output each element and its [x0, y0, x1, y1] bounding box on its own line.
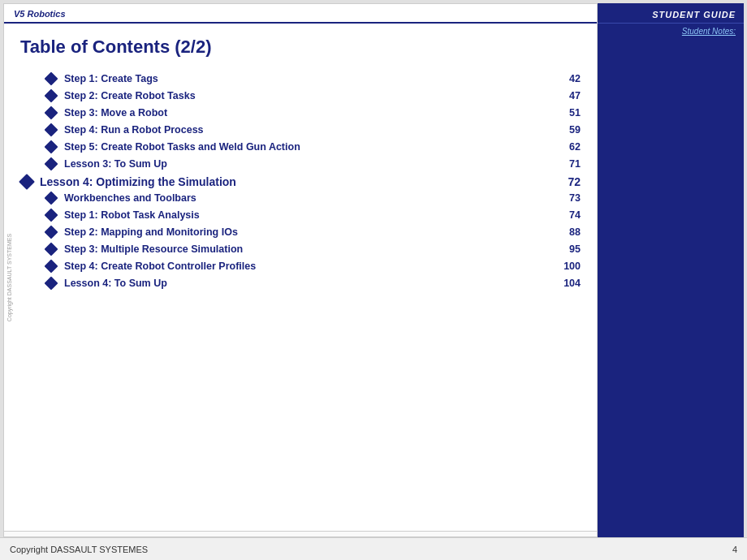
toc-text: Step 5: Create Robot Tasks and Weld Gun …: [64, 141, 552, 153]
bullet-icon: [45, 106, 58, 119]
lesson-diamond-shape: [19, 174, 35, 190]
toc-text: Workbenches and Toolbars: [64, 192, 552, 204]
toc-text: Step 1: Create Tags: [64, 73, 552, 84]
bullet-icon: [45, 89, 58, 102]
toc-text: Step 3: Move a Robot: [64, 107, 552, 118]
toc-item: Step 1: Create Tags 42: [20, 72, 581, 85]
diamond-shape: [45, 209, 58, 222]
toc-page: 74: [552, 209, 581, 221]
toc-item: Step 5: Create Robot Tasks and Weld Gun …: [20, 140, 581, 153]
bottom-bar: Copyright DASSAULT SYSTEMES 4: [0, 537, 747, 560]
diamond-shape: [45, 277, 58, 291]
slide-brand: V5 Robotics: [14, 9, 66, 19]
toc-lesson-page: 72: [552, 175, 581, 188]
diamond-shape: [45, 106, 58, 120]
sidebar: STUDENT GUIDE Student Notes:: [598, 3, 744, 537]
toc-page: 100: [552, 261, 581, 272]
slide: V5 Robotics Copyright DASSAULT SYSTEMES …: [3, 3, 598, 537]
slide-footer: [4, 531, 597, 536]
page-wrapper: V5 Robotics Copyright DASSAULT SYSTEMES …: [0, 0, 747, 560]
bullet-icon: [45, 209, 58, 222]
diamond-shape: [45, 243, 58, 256]
toc-item: Lesson 4: To Sum Up 104: [20, 277, 581, 290]
toc-item: Step 4: Run a Robot Process 59: [20, 123, 581, 136]
toc-page: 71: [552, 158, 581, 170]
bullet-icon: [45, 243, 58, 256]
slide-header: V5 Robotics: [4, 4, 597, 24]
bullet-icon: [45, 226, 58, 239]
diamond-shape: [45, 192, 58, 205]
footer-page-number: 4: [732, 545, 737, 554]
toc-item: Step 2: Mapping and Monitoring IOs 88: [20, 226, 581, 239]
toc-lesson-text: Lesson 4: Optimizing the Simulation: [40, 175, 552, 188]
toc-page: 73: [552, 192, 581, 204]
bullet-icon: [45, 260, 58, 273]
slide-body: Copyright DASSAULT SYSTEMES Table of Con…: [4, 24, 597, 531]
toc-page: 47: [552, 90, 581, 101]
toc-item: Workbenches and Toolbars 73: [20, 192, 581, 205]
sidebar-notes-label: Student Notes:: [598, 24, 744, 39]
toc-page: 59: [552, 124, 581, 136]
lesson-bullet-icon: [20, 175, 33, 188]
bullet-icon: [45, 157, 58, 170]
toc-text: Step 4: Create Robot Controller Profiles: [64, 261, 552, 272]
diamond-shape: [45, 226, 58, 239]
diamond-shape: [45, 157, 58, 171]
slide-title: Table of Contents (2/2): [20, 37, 581, 58]
diamond-shape: [45, 123, 58, 137]
content-area: V5 Robotics Copyright DASSAULT SYSTEMES …: [0, 0, 747, 537]
toc-item: Lesson 3: To Sum Up 71: [20, 157, 581, 170]
toc-page: 88: [552, 226, 581, 238]
toc-text: Lesson 4: To Sum Up: [64, 278, 552, 289]
bullet-icon: [45, 277, 58, 290]
bullet-icon: [45, 123, 58, 136]
toc-text: Step 1: Robot Task Analysis: [64, 209, 552, 221]
toc-item: Step 2: Create Robot Tasks 47: [20, 89, 581, 102]
diamond-shape: [45, 260, 58, 274]
toc-text: Step 4: Run a Robot Process: [64, 124, 552, 136]
toc-list: Step 1: Create Tags 42 Step 2: Create Ro…: [20, 72, 581, 290]
toc-item: Step 4: Create Robot Controller Profiles…: [20, 260, 581, 273]
toc-lesson-item: Lesson 4: Optimizing the Simulation 72: [20, 175, 581, 188]
diamond-shape: [45, 89, 58, 103]
toc-page: 104: [552, 278, 581, 289]
rotated-copyright: Copyright DASSAULT SYSTEMES: [6, 233, 12, 321]
diamond-shape: [45, 140, 58, 154]
footer-copyright: Copyright DASSAULT SYSTEMES: [10, 545, 148, 554]
bullet-icon: [45, 192, 58, 205]
toc-text: Step 2: Mapping and Monitoring IOs: [64, 226, 552, 238]
sidebar-header: STUDENT GUIDE: [598, 3, 744, 24]
bullet-icon: [45, 140, 58, 153]
toc-page: 42: [552, 73, 581, 84]
toc-page: 62: [552, 141, 581, 153]
toc-text: Step 3: Multiple Resource Simulation: [64, 243, 552, 255]
toc-item: Step 3: Move a Robot 51: [20, 106, 581, 119]
toc-item: Step 1: Robot Task Analysis 74: [20, 209, 581, 222]
toc-text: Lesson 3: To Sum Up: [64, 158, 552, 170]
bullet-icon: [45, 72, 58, 85]
toc-page: 95: [552, 243, 581, 255]
toc-page: 51: [552, 107, 581, 118]
diamond-shape: [45, 72, 58, 86]
toc-text: Step 2: Create Robot Tasks: [64, 90, 552, 101]
toc-item: Step 3: Multiple Resource Simulation 95: [20, 243, 581, 256]
